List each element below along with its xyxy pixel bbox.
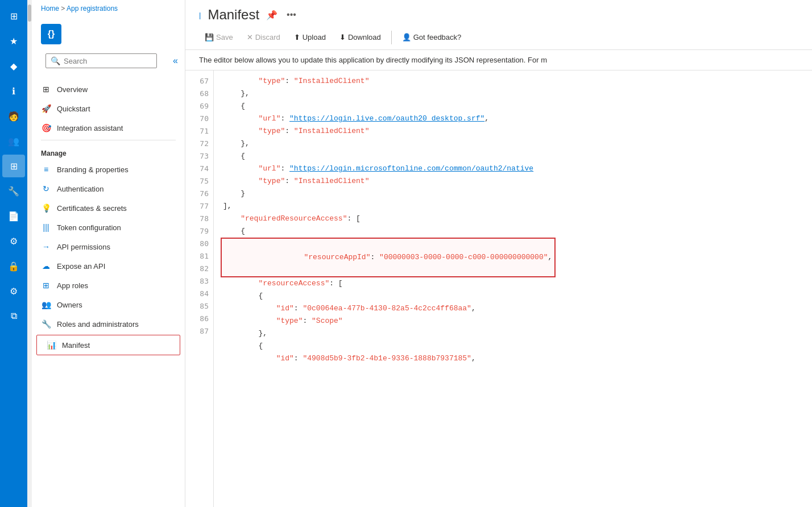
feedback-icon: 👤 [402, 33, 411, 41]
certificates-icon: 💡 [41, 203, 51, 213]
feedback-button[interactable]: 👤 Got feedback? [396, 30, 467, 45]
gear2-icon[interactable]: ⚙ [2, 280, 25, 302]
discard-label: Discard [255, 33, 280, 41]
azure-icon[interactable]: ◆ [2, 55, 25, 77]
expose-api-icon: ☁ [41, 261, 51, 271]
sidebar-item-label-authentication: Authentication [57, 185, 103, 193]
info-icon[interactable]: ℹ [2, 80, 25, 102]
line-num-85: 85 [185, 300, 213, 313]
line-num-77: 77 [185, 200, 213, 213]
settings-icon[interactable]: ⚙ [2, 230, 25, 252]
sidebar-item-authentication[interactable]: ↻ Authentication [32, 179, 185, 198]
line-num-75: 75 [185, 175, 213, 188]
sidebar-item-token[interactable]: ||| Token configuration [32, 218, 185, 237]
breadcrumb-home[interactable]: Home [41, 5, 59, 13]
upload-button[interactable]: ⬆ Upload [288, 30, 332, 45]
download-icon: ⬇ [339, 33, 346, 41]
sidebar-item-label-certificates: Certificates & secrets [57, 204, 127, 213]
sidebar-item-quickstart[interactable]: 🚀 Quickstart [32, 99, 185, 118]
save-icon: 💾 [205, 33, 214, 41]
pin-icon-button[interactable]: 📌 [264, 7, 280, 23]
icon-bar: ⊞ ★ ◆ ℹ 🧑 👥 ⊞ 🔧 📄 ⚙ 🔒 ⚙ ⧉ [0, 0, 27, 507]
sidebar-item-certificates[interactable]: 💡 Certificates & secrets [32, 198, 185, 218]
line-num-84: 84 [185, 288, 213, 300]
line-num-87: 87 [185, 325, 213, 338]
sidebar-nav: ⊞ Overview 🚀 Quickstart 🎯 Integration as… [32, 77, 185, 359]
app-roles-icon: ⊞ [41, 280, 51, 290]
line-num-67: 67 [185, 75, 213, 88]
integration-icon: 🎯 [41, 123, 51, 133]
page-title: Manifest [208, 7, 259, 23]
collapse-button[interactable]: « [171, 53, 180, 68]
code-line-76: } [223, 188, 803, 200]
line-num-80: 80 [185, 238, 213, 250]
search-input[interactable] [64, 57, 152, 65]
code-line-80: "resourceAppId": "00000003-0000-0000-c00… [223, 238, 803, 277]
sidebar-item-label-owners: Owners [57, 301, 82, 309]
sidebar-item-expose-api[interactable]: ☁ Expose an API [32, 256, 185, 276]
code-line-71: "type": "InstalledClient" [223, 125, 803, 138]
sidebar-item-integration[interactable]: 🎯 Integration assistant [32, 118, 185, 138]
save-button[interactable]: 💾 Save [199, 30, 239, 45]
owners-icon: 👥 [41, 300, 51, 310]
highlighted-line-80: "resourceAppId": "00000003-0000-0000-c00… [221, 238, 556, 277]
feedback-label: Got feedback? [413, 33, 462, 41]
search-icon: 🔍 [51, 56, 60, 65]
description-bar: The editor below allows you to update th… [185, 50, 812, 70]
sidebar-item-label-manifest: Manifest [62, 341, 90, 350]
sidebar-scrollbar[interactable] [27, 0, 32, 507]
line-num-76: 76 [185, 188, 213, 200]
code-line-77: ], [223, 200, 803, 213]
admin-icon[interactable]: 🔧 [2, 180, 25, 202]
code-line-69: { [223, 100, 803, 113]
main-content: | Manifest 📌 ••• 💾 Save ✕ Discard ⬆ Uplo… [185, 0, 812, 507]
toolbar-separator [391, 31, 392, 44]
code-line-68: }, [223, 88, 803, 100]
line-num-83: 83 [185, 275, 213, 288]
code-line-74: "url": "https://login.microsoftonline.co… [223, 163, 803, 175]
code-line-75: "type": "InstalledClient" [223, 175, 803, 188]
breadcrumb-separator: > [61, 5, 67, 13]
title-divider: | [199, 11, 201, 19]
sidebar-item-branding[interactable]: ≡ Branding & properties [32, 160, 185, 179]
favorites-icon[interactable]: ★ [2, 30, 25, 52]
sidebar-item-owners[interactable]: 👥 Owners [32, 295, 185, 314]
sidebar-item-app-roles[interactable]: ⊞ App roles [32, 276, 185, 295]
line-num-72: 72 [185, 138, 213, 150]
search-box[interactable]: 🔍 [45, 53, 157, 68]
sidebar-item-roles-admins[interactable]: 🔧 Roles and administrators [32, 314, 185, 334]
copy-icon[interactable]: ⧉ [2, 305, 25, 327]
download-button[interactable]: ⬇ Download [334, 30, 387, 45]
sidebar-item-label-roles-admins: Roles and administrators [57, 320, 139, 329]
line-num-69: 69 [185, 100, 213, 113]
user-icon[interactable]: 🧑 [2, 105, 25, 127]
more-options-button[interactable]: ••• [284, 7, 299, 22]
page-header: | Manifest 📌 ••• [185, 0, 812, 27]
download-label: Download [348, 33, 381, 41]
manifest-icon: 📊 [46, 340, 56, 350]
sidebar-item-overview[interactable]: ⊞ Overview [32, 80, 185, 99]
sidebar-item-api-permissions[interactable]: → API permissions [32, 237, 185, 256]
app-icon-header: {} [32, 17, 185, 49]
code-line-85: }, [223, 327, 803, 340]
home-icon[interactable]: ⊞ [2, 5, 25, 27]
discard-button[interactable]: ✕ Discard [241, 30, 286, 45]
breadcrumb-app-registrations[interactable]: App registrations [67, 5, 118, 13]
line-num-74: 74 [185, 163, 213, 175]
sidebar-item-label-expose-api: Expose an API [57, 262, 105, 271]
token-icon: ||| [41, 222, 51, 232]
code-line-78: "requiredResourceAccess": [ [223, 213, 803, 225]
roles-admins-icon: 🔧 [41, 319, 51, 329]
sidebar-item-label-integration: Integration assistant [57, 124, 123, 132]
grid-icon[interactable]: ⊞ [2, 155, 25, 177]
quickstart-icon: 🚀 [41, 103, 51, 114]
branding-icon: ≡ [41, 164, 51, 174]
lock-icon[interactable]: 🔒 [2, 255, 25, 277]
sidebar-item-manifest[interactable]: 📊 Manifest [36, 335, 180, 355]
discard-icon: ✕ [247, 33, 253, 41]
overview-icon: ⊞ [41, 84, 51, 94]
doc-icon[interactable]: 📄 [2, 205, 25, 227]
code-editor[interactable]: "type": "InstalledClient" }, { "url": "h… [214, 70, 812, 507]
code-line-72: }, [223, 138, 803, 150]
group-icon[interactable]: 👥 [2, 130, 25, 152]
